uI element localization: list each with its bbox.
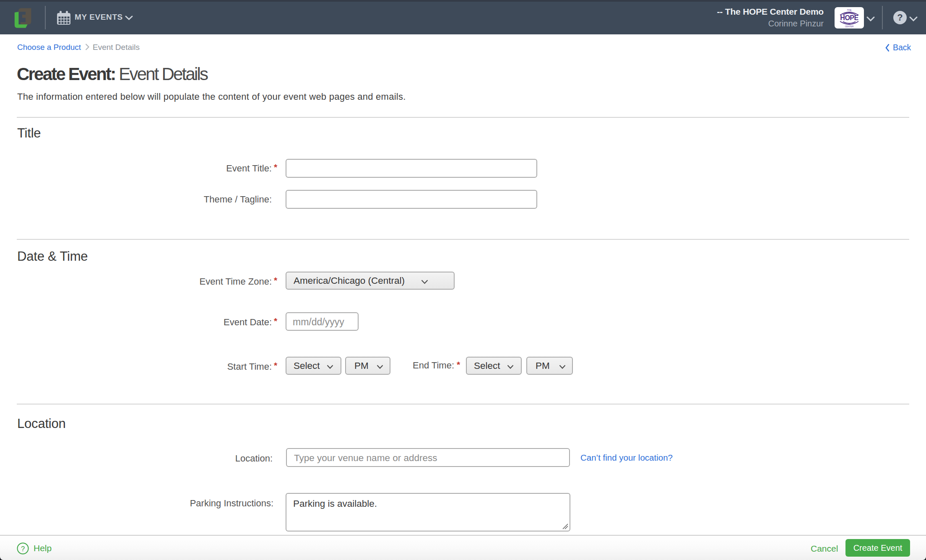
svg-text:THE: THE: [847, 9, 852, 11]
svg-text:CENTER: CENTER: [845, 25, 854, 28]
svg-text:HOPE: HOPE: [840, 14, 858, 21]
svg-text:?: ?: [21, 545, 25, 552]
